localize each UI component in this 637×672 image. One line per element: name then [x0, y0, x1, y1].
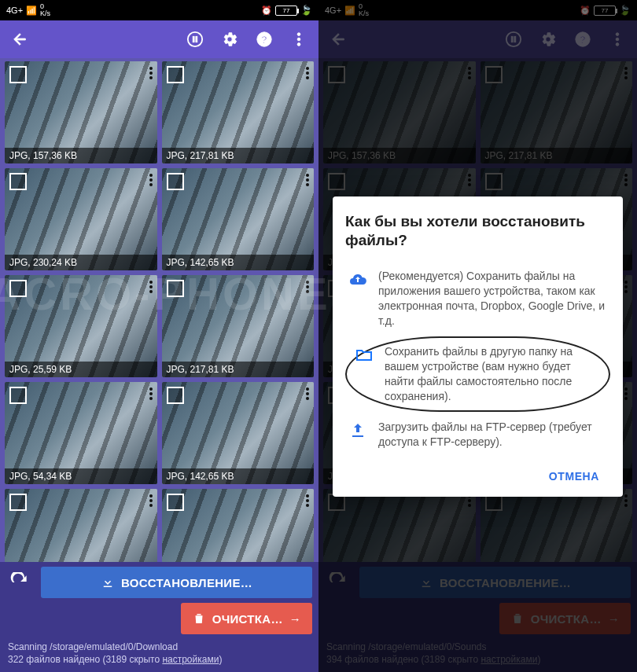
checkbox[interactable]	[9, 494, 27, 511]
checkbox[interactable]	[9, 280, 27, 297]
clean-button[interactable]: ОЧИСТКА… →	[181, 603, 312, 634]
option-ftp-upload[interactable]: Загрузить файлы на FTP-сервер (требует д…	[345, 412, 610, 457]
checkbox[interactable]	[9, 66, 27, 83]
checkbox[interactable]	[9, 387, 27, 404]
svg-text:?: ?	[261, 34, 267, 46]
alarm-icon: ⏰	[261, 6, 272, 16]
checkbox[interactable]	[167, 173, 184, 190]
thumb-overflow[interactable]	[306, 64, 309, 82]
bottom-bar: ВОССТАНОВЛЕНИЕ… ОЧИСТКА… → Scanning /sto…	[0, 562, 318, 672]
recover-button[interactable]: ВОССТАНОВЛЕНИЕ…	[41, 567, 312, 598]
scan-status: Scanning /storage/emulated/0/Download 32…	[6, 639, 312, 666]
file-caption: JPG, 142,65 KB	[162, 468, 315, 484]
thumbnail-grid[interactable]: JPG, 157,36 KB JPG, 217,81 KB JPG, 230,2…	[0, 58, 318, 562]
image-thumbnail[interactable]: JPG, 230,24 KB	[5, 168, 157, 270]
svg-rect-2	[196, 36, 197, 42]
svg-point-7	[297, 43, 300, 46]
checkbox[interactable]	[167, 280, 184, 297]
status-bar: 4G+ 📶 0 K/s ⏰ 77 🍃	[0, 0, 318, 20]
refresh-button[interactable]	[6, 569, 33, 596]
app-bar: ?	[0, 20, 318, 58]
help-button[interactable]: ?	[252, 28, 276, 51]
image-thumbnail[interactable]: JPG, 54,34 KB	[5, 382, 157, 484]
thumb-overflow[interactable]	[149, 492, 153, 509]
option-cloud-upload[interactable]: (Рекомендуется) Сохранить файлы на прило…	[345, 261, 610, 336]
image-thumbnail[interactable]: JPG, 142,65 KB	[162, 382, 315, 484]
cloud-upload-icon	[347, 269, 369, 289]
thumb-overflow[interactable]	[149, 278, 153, 296]
image-thumbnail[interactable]: JPG, 25,59 KB	[162, 489, 315, 562]
checkbox[interactable]	[9, 173, 27, 190]
battery-icon: 77	[275, 6, 297, 16]
speed-label: 0 K/s	[40, 3, 50, 17]
svg-rect-1	[193, 36, 194, 42]
back-button[interactable]	[8, 28, 31, 51]
leaf-icon: 🍃	[300, 5, 312, 16]
dialog-title: Как бы вы хотели восстановить файлы?	[345, 212, 610, 250]
recover-dialog: Как бы вы хотели восстановить файлы? (Ре…	[333, 196, 623, 497]
thumb-overflow[interactable]	[306, 278, 309, 296]
thumb-overflow[interactable]	[149, 385, 153, 402]
image-thumbnail[interactable]: JPG, 142,65 KB	[162, 168, 315, 270]
settings-link[interactable]: настройками	[162, 654, 219, 665]
upload-icon	[347, 420, 369, 440]
svg-point-5	[297, 33, 300, 36]
svg-point-6	[297, 38, 300, 41]
image-thumbnail[interactable]: JPG, 25,59 KB	[5, 275, 157, 377]
thumb-overflow[interactable]	[149, 171, 153, 189]
file-caption: JPG, 217,81 KB	[162, 362, 315, 377]
network-label: 4G+	[6, 6, 23, 15]
pause-button[interactable]	[183, 28, 207, 51]
overflow-button[interactable]	[287, 28, 311, 51]
image-thumbnail[interactable]: JPG, 217,81 KB	[162, 61, 315, 163]
file-caption: JPG, 142,65 KB	[162, 255, 315, 270]
file-caption: JPG, 157,36 KB	[5, 148, 157, 163]
option-save-folder[interactable]: Сохранить файлы в другую папку на вашем …	[345, 336, 610, 412]
thumb-overflow[interactable]	[306, 492, 309, 509]
settings-button[interactable]	[218, 28, 241, 51]
checkbox[interactable]	[167, 387, 184, 404]
file-caption: JPG, 25,59 KB	[5, 362, 157, 377]
thumb-overflow[interactable]	[306, 385, 309, 402]
cancel-button[interactable]: ОТМЕНА	[541, 464, 607, 489]
thumb-overflow[interactable]	[149, 64, 153, 82]
file-caption: JPG, 54,34 KB	[5, 468, 157, 484]
checkbox[interactable]	[167, 494, 184, 511]
image-thumbnail[interactable]: JPG, 217,81 KB	[162, 275, 315, 377]
svg-point-0	[188, 32, 202, 46]
folder-icon	[353, 344, 375, 365]
thumb-overflow[interactable]	[306, 171, 309, 189]
file-caption: JPG, 217,81 KB	[162, 148, 315, 163]
checkbox[interactable]	[167, 66, 184, 83]
image-thumbnail[interactable]: JPG, 157,36 KB	[5, 61, 157, 163]
file-caption: JPG, 230,24 KB	[5, 255, 157, 270]
image-thumbnail[interactable]: JPG, 21,66 KB	[5, 489, 157, 562]
